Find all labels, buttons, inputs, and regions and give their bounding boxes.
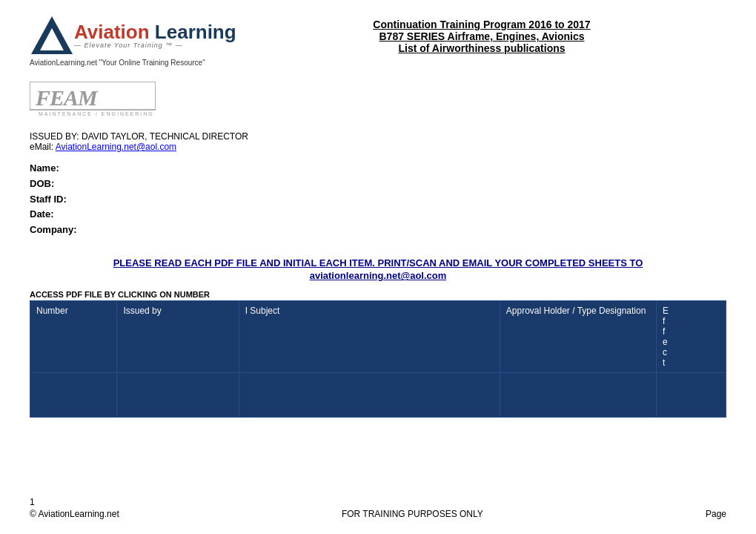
cell-number	[30, 373, 117, 418]
logo-area: Aviation Learning — Elevate Your Trainin…	[30, 15, 237, 67]
cell-approval	[500, 373, 656, 418]
issued-section: ISSUED BY: DAVID TAYLOR, TECHNICAL DIREC…	[30, 131, 726, 152]
logo-text-group: Aviation Learning — Elevate Your Trainin…	[74, 22, 236, 49]
dob-field-row: DOB:	[30, 177, 726, 192]
dob-label: DOB:	[30, 177, 89, 192]
email-label: eMail:	[30, 142, 53, 152]
feam-logo: FEAM MAINTENANCE / ENGINEERING	[30, 82, 156, 119]
footer-copyright: © AviationLearning.net	[30, 509, 119, 519]
col-header-approval: Approval Holder / Type Designation	[500, 301, 656, 373]
feam-logo-svg: FEAM MAINTENANCE / ENGINEERING	[30, 82, 156, 117]
cell-issued	[117, 373, 239, 418]
title-line1: Continuation Training Program 2016 to 20…	[237, 19, 726, 30]
staff-id-label: Staff ID:	[30, 192, 89, 208]
staff-id-field-row: Staff ID:	[30, 192, 726, 208]
issued-by-line: ISSUED BY: DAVID TAYLOR, TECHNICAL DIREC…	[30, 131, 726, 142]
footer-page-number: 1	[30, 497, 726, 507]
airworthiness-table: Number Issued by I Subject Approval Hold…	[30, 300, 726, 418]
logo-url: AviationLearning.net "Your Online Traini…	[30, 59, 237, 67]
name-label: Name:	[30, 161, 89, 177]
info-fields: Name: DOB: Staff ID: Date: Company:	[30, 161, 726, 238]
title-line2: B787 SERIES Airframe, Engines, Avionics	[237, 30, 726, 42]
footer-page-label: Page	[706, 509, 726, 519]
cell-subject	[239, 373, 500, 418]
svg-text:FEAM: FEAM	[35, 85, 99, 110]
table-row	[30, 373, 726, 418]
footer-bar: © AviationLearning.net FOR TRAINING PURP…	[30, 509, 726, 519]
col-header-effect: E f f e c t	[657, 301, 726, 373]
notice-email-link[interactable]: aviationlearning.net@aol.com	[310, 270, 447, 281]
col-header-subject: I Subject	[239, 301, 500, 373]
date-label: Date:	[30, 207, 89, 222]
title-line3: List of Airworthiness publications	[237, 42, 726, 54]
date-field-row: Date:	[30, 207, 726, 222]
notice-text: PLEASE READ EACH PDF FILE AND INITIAL EA…	[30, 256, 726, 271]
logo-tagline: — Elevate Your Training ™ —	[74, 42, 236, 49]
cell-effect	[657, 373, 726, 418]
header-title-area: Continuation Training Program 2016 to 20…	[237, 15, 726, 54]
logo-main-text: Aviation Learning	[74, 22, 236, 42]
email-line: eMail: AviationLearning.net@aol.com	[30, 142, 726, 152]
issued-email-link[interactable]: AviationLearning.net@aol.com	[56, 142, 176, 152]
header: Aviation Learning — Elevate Your Trainin…	[30, 15, 726, 67]
footer: 1 © AviationLearning.net FOR TRAINING PU…	[30, 491, 726, 519]
col-header-issued: Issued by	[117, 301, 239, 373]
table-header-row: Number Issued by I Subject Approval Hold…	[30, 301, 726, 373]
issued-by-name: DAVID TAYLOR, TECHNICAL DIRECTOR	[82, 131, 248, 142]
col-header-number: Number	[30, 301, 117, 373]
logo-triangle-icon	[30, 15, 74, 56]
issued-by-label: ISSUED BY:	[30, 131, 79, 142]
name-field-row: Name:	[30, 161, 726, 177]
svg-text:MAINTENANCE / ENGINEERING: MAINTENANCE / ENGINEERING	[39, 111, 154, 116]
company-label: Company:	[30, 222, 89, 238]
feam-area: FEAM MAINTENANCE / ENGINEERING	[30, 82, 726, 119]
logo-graphic: Aviation Learning — Elevate Your Trainin…	[30, 15, 237, 56]
footer-center-text: FOR TRAINING PURPOSES ONLY	[119, 509, 706, 519]
notice-section: PLEASE READ EACH PDF FILE AND INITIAL EA…	[30, 256, 726, 282]
logo-text-span: Aviation	[74, 21, 155, 43]
access-label: ACCESS PDF FILE BY CLICKING ON NUMBER	[30, 290, 726, 299]
company-field-row: Company:	[30, 222, 726, 238]
